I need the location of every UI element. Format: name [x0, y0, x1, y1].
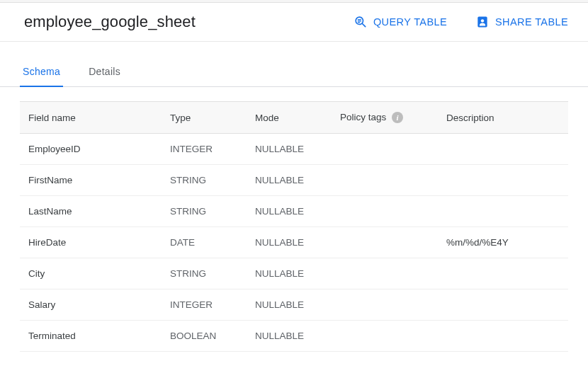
info-icon[interactable]: i — [392, 112, 403, 123]
cell-mode: NULLABLE — [247, 321, 332, 352]
table-row: FirstName STRING NULLABLE — [20, 165, 568, 196]
table-row: EmployeeID INTEGER NULLABLE — [20, 134, 568, 165]
cell-description — [438, 165, 568, 196]
tab-details[interactable]: Details — [86, 59, 123, 87]
cell-mode: NULLABLE — [247, 227, 332, 258]
cell-description — [438, 134, 568, 165]
cell-mode: NULLABLE — [247, 196, 332, 227]
cell-field: HireDate — [20, 227, 162, 258]
cell-description — [438, 289, 568, 321]
cell-type: STRING — [162, 196, 247, 227]
table-title: employee_google_sheet — [24, 13, 325, 31]
cell-mode: NULLABLE — [247, 289, 332, 321]
col-header-field: Field name — [20, 102, 162, 134]
query-icon — [354, 15, 368, 29]
schema-table-wrap: Field name Type Mode Policy tags i Descr… — [0, 87, 588, 352]
table-row: LastName STRING NULLABLE — [20, 196, 568, 227]
share-table-button[interactable]: SHARE TABLE — [475, 15, 568, 29]
cell-field: LastName — [20, 196, 162, 227]
share-icon — [475, 15, 490, 29]
cell-policy — [332, 134, 438, 165]
col-header-policy-label: Policy tags — [340, 112, 386, 122]
col-header-type: Type — [162, 102, 247, 134]
table-row: Salary INTEGER NULLABLE — [20, 289, 568, 321]
table-row: Terminated BOOLEAN NULLABLE — [20, 321, 568, 352]
cell-description — [438, 196, 568, 227]
cell-description: %m/%d/%E4Y — [438, 227, 568, 258]
cell-policy — [332, 227, 438, 258]
cell-field: City — [20, 258, 162, 289]
tab-schema-label: Schema — [23, 66, 60, 77]
cell-type: INTEGER — [162, 289, 247, 321]
col-header-mode: Mode — [247, 102, 332, 134]
svg-line-1 — [362, 24, 365, 27]
cell-mode: NULLABLE — [247, 165, 332, 196]
table-row: HireDate DATE NULLABLE %m/%d/%E4Y — [20, 227, 568, 258]
table-row: City STRING NULLABLE — [20, 258, 568, 289]
cell-field: Salary — [20, 289, 162, 321]
cell-policy — [332, 165, 438, 196]
tabs-row: Schema Details — [0, 59, 588, 87]
query-table-label: QUERY TABLE — [373, 16, 447, 28]
schema-tbody: EmployeeID INTEGER NULLABLE FirstName ST… — [20, 134, 568, 352]
cell-policy — [332, 258, 438, 289]
tab-schema[interactable]: Schema — [20, 59, 63, 87]
svg-point-6 — [481, 19, 484, 22]
col-header-description: Description — [438, 102, 568, 134]
cell-type: BOOLEAN — [162, 321, 247, 352]
share-table-label: SHARE TABLE — [495, 16, 568, 28]
cell-policy — [332, 289, 438, 321]
cell-policy — [332, 321, 438, 352]
cell-type: DATE — [162, 227, 247, 258]
cell-policy — [332, 196, 438, 227]
cell-type: STRING — [162, 165, 247, 196]
header-bar: employee_google_sheet QUERY TABLE SHARE … — [0, 3, 588, 42]
schema-table: Field name Type Mode Policy tags i Descr… — [20, 101, 568, 352]
cell-field: EmployeeID — [20, 134, 162, 165]
cell-field: FirstName — [20, 165, 162, 196]
cell-type: STRING — [162, 258, 247, 289]
cell-description — [438, 321, 568, 352]
cell-mode: NULLABLE — [247, 134, 332, 165]
cell-field: Terminated — [20, 321, 162, 352]
col-header-policy: Policy tags i — [332, 102, 438, 134]
cell-mode: NULLABLE — [247, 258, 332, 289]
schema-header-row: Field name Type Mode Policy tags i Descr… — [20, 102, 568, 134]
cell-description — [438, 258, 568, 289]
cell-type: INTEGER — [162, 134, 247, 165]
query-table-button[interactable]: QUERY TABLE — [354, 15, 447, 29]
tab-details-label: Details — [89, 66, 120, 77]
